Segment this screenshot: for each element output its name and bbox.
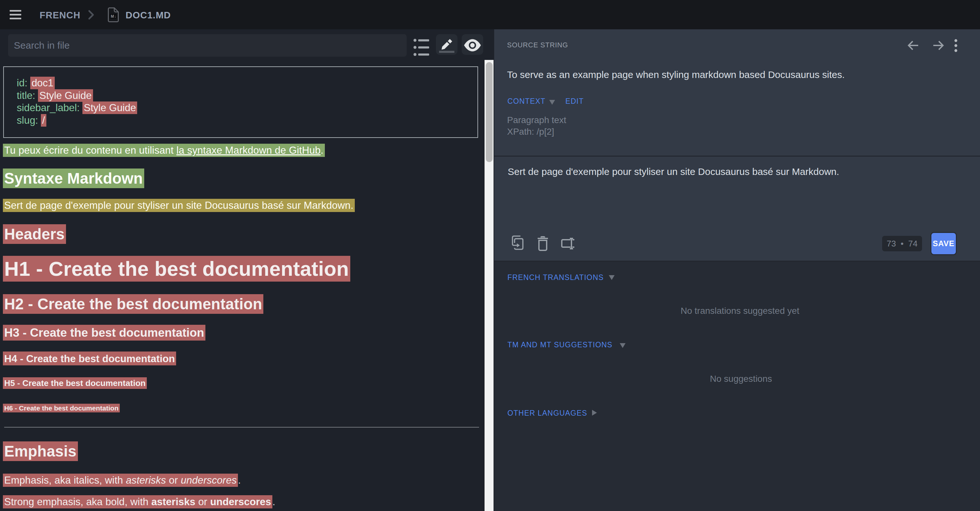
svg-text:↓: ↓ bbox=[114, 14, 116, 19]
svg-text:M: M bbox=[111, 14, 114, 19]
